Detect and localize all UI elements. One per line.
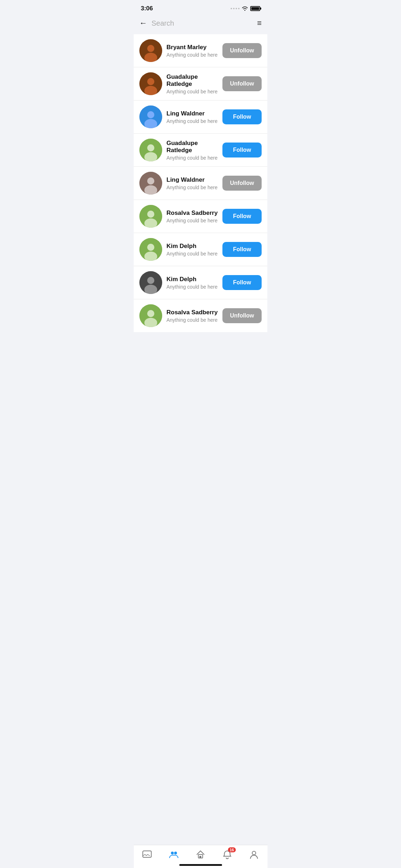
user-info: Kim DelphAnything could be here [162,276,222,290]
user-subtitle: Anything could be here [166,218,218,223]
unfollow-button[interactable]: Unfollow [222,43,262,58]
search-placeholder: Search [151,19,174,27]
svg-point-18 [147,144,154,151]
filter-icon[interactable]: ≡ [257,19,262,28]
list-item: Guadalupe RatledgeAnything could be here… [134,134,267,167]
status-time: 3:06 [141,5,153,12]
follow-button[interactable]: Follow [222,275,262,290]
avatar [139,304,162,327]
user-info: Ling WaldnerAnything could be here [162,176,222,190]
user-name: Rosalva Sadberry [166,309,218,316]
avatar [139,238,162,261]
wifi-icon [242,6,248,11]
user-info: Bryant MarleyAnything could be here [162,44,222,58]
user-subtitle: Anything could be here [166,89,218,94]
svg-point-43 [147,310,154,317]
signal-icon [231,8,240,9]
list-item: Rosalva SadberryAnything could be hereUn… [134,299,267,332]
svg-point-23 [147,177,154,185]
follow-button[interactable]: Follow [222,109,262,124]
follow-button[interactable]: Follow [222,242,262,257]
user-subtitle: Anything could be here [166,317,218,323]
user-info: Guadalupe RatledgeAnything could be here [162,140,222,161]
user-name: Kim Delph [166,276,218,283]
user-name: Ling Waldner [166,176,218,184]
list-item: Kim DelphAnything could be hereFollow [134,266,267,299]
user-list: Bryant MarleyAnything could be hereUnfol… [134,34,267,332]
user-subtitle: Anything could be here [166,185,218,190]
user-name: Guadalupe Ratledge [166,140,218,154]
avatar [139,205,162,228]
unfollow-button[interactable]: Unfollow [222,76,262,91]
user-info: Kim DelphAnything could be here [162,243,222,257]
user-subtitle: Anything could be here [166,155,218,161]
user-subtitle: Anything could be here [166,251,218,257]
unfollow-button[interactable]: Unfollow [222,176,262,191]
user-info: Ling WaldnerAnything could be here [162,110,222,124]
user-name: Guadalupe Ratledge [166,73,218,88]
follow-button[interactable]: Follow [222,209,262,224]
svg-point-38 [147,277,154,284]
svg-point-3 [147,45,154,52]
user-info: Rosalva SadberryAnything could be here [162,309,222,323]
svg-point-8 [147,78,154,85]
search-input-container[interactable]: Search [151,19,253,27]
list-item: Kim DelphAnything could be hereFollow [134,233,267,266]
search-bar: ← Search ≡ [134,15,267,31]
user-name: Rosalva Sadberry [166,210,218,217]
user-subtitle: Anything could be here [166,52,218,58]
avatar [139,72,162,95]
avatar [139,139,162,161]
list-item: Guadalupe RatledgeAnything could be here… [134,67,267,100]
avatar [139,39,162,62]
svg-point-33 [147,244,154,251]
user-info: Guadalupe RatledgeAnything could be here [162,73,222,94]
unfollow-button[interactable]: Unfollow [222,308,262,323]
list-item: Rosalva SadberryAnything could be hereFo… [134,200,267,233]
status-bar: 3:06 [134,0,267,15]
avatar [139,271,162,294]
user-name: Ling Waldner [166,110,218,117]
user-name: Kim Delph [166,243,218,250]
user-subtitle: Anything could be here [166,284,218,290]
user-subtitle: Anything could be here [166,118,218,124]
status-icons [231,6,260,11]
follow-button[interactable]: Follow [222,143,262,157]
svg-point-28 [147,211,154,218]
list-item: Bryant MarleyAnything could be hereUnfol… [134,34,267,67]
back-button[interactable]: ← [139,19,147,28]
user-name: Bryant Marley [166,44,218,51]
user-info: Rosalva SadberryAnything could be here [162,210,222,223]
svg-point-13 [147,111,154,118]
list-item: Ling WaldnerAnything could be hereUnfoll… [134,167,267,200]
avatar [139,105,162,128]
avatar [139,172,162,195]
battery-icon [250,6,260,11]
list-item: Ling WaldnerAnything could be hereFollow [134,100,267,134]
